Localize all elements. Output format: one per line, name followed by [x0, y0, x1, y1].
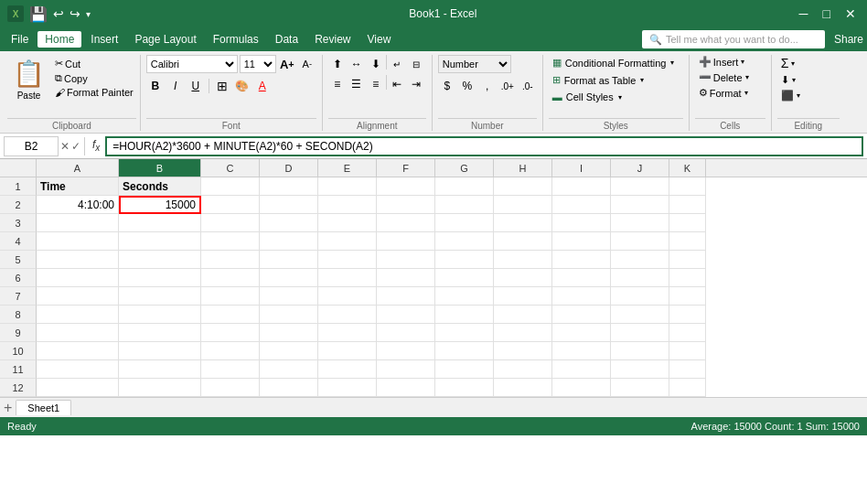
format-dropdown-arrow[interactable]: ▾: [744, 89, 748, 97]
indent-increase-button[interactable]: ⇥: [407, 75, 425, 93]
formula-confirm-btn[interactable]: ✓: [71, 140, 80, 153]
undo-btn[interactable]: ↩: [53, 6, 64, 21]
font-size-select[interactable]: 11: [240, 55, 276, 73]
currency-button[interactable]: $: [438, 77, 456, 95]
cell-j1[interactable]: [611, 177, 669, 196]
paste-button[interactable]: 📋 Paste: [7, 55, 50, 104]
menu-review[interactable]: Review: [307, 31, 358, 48]
col-header-b[interactable]: B: [119, 159, 201, 177]
col-header-h[interactable]: H: [494, 159, 552, 177]
cell-f2[interactable]: [377, 196, 435, 214]
cell-c2[interactable]: [201, 196, 260, 214]
cell-styles-button[interactable]: ▬ Cell Styles ▾: [549, 90, 626, 104]
quick-save[interactable]: 💾: [29, 5, 48, 23]
minimize-btn[interactable]: ─: [796, 6, 812, 21]
cell-reference-input[interactable]: [4, 136, 59, 156]
cell-a1[interactable]: Time: [37, 177, 119, 196]
menu-view[interactable]: View: [360, 31, 399, 48]
row-num-12[interactable]: 12: [0, 379, 37, 397]
cell-i1[interactable]: [552, 177, 611, 196]
cell-j2[interactable]: [611, 196, 669, 214]
cell-f1[interactable]: [377, 177, 435, 196]
cell-g2[interactable]: [435, 196, 494, 214]
menu-home[interactable]: Home: [37, 31, 81, 48]
decimal-decrease-button[interactable]: .0-: [519, 77, 537, 95]
decimal-increase-button[interactable]: .0+: [498, 77, 517, 95]
conditional-dropdown-arrow[interactable]: ▾: [670, 59, 674, 67]
format-as-table-button[interactable]: ⊞ Format as Table ▾: [549, 72, 648, 88]
redo-btn[interactable]: ↪: [70, 6, 80, 21]
row-num-1[interactable]: 1: [0, 177, 37, 196]
cut-button[interactable]: ✂ Cut: [52, 57, 136, 70]
border-button[interactable]: ⊞: [213, 77, 231, 95]
cell-e1[interactable]: [318, 177, 377, 196]
cell-a2[interactable]: 4:10:00: [37, 196, 119, 214]
col-header-d[interactable]: D: [260, 159, 318, 177]
increase-font-button[interactable]: A+: [278, 55, 296, 73]
merge-button[interactable]: ⊟: [407, 55, 425, 73]
menu-insert[interactable]: Insert: [83, 31, 125, 48]
align-right-button[interactable]: ≡: [367, 75, 385, 93]
sum-dropdown-arrow[interactable]: ▾: [791, 59, 795, 68]
row-num-5[interactable]: 5: [0, 251, 37, 269]
clear-dropdown-arrow[interactable]: ▾: [797, 91, 800, 100]
cell-b3[interactable]: [119, 214, 201, 232]
row-num-10[interactable]: 10: [0, 342, 37, 360]
formula-cancel-btn[interactable]: ✕: [60, 140, 70, 153]
col-header-i[interactable]: I: [552, 159, 611, 177]
font-family-select[interactable]: Calibri: [146, 55, 238, 73]
row-num-3[interactable]: 3: [0, 214, 37, 232]
col-header-g[interactable]: G: [435, 159, 494, 177]
fill-color-button[interactable]: 🎨: [233, 77, 252, 95]
fill-button[interactable]: ⬇ ▾: [777, 73, 799, 87]
align-bottom-button[interactable]: ⬇: [367, 55, 385, 73]
cell-c1[interactable]: [201, 177, 260, 196]
formula-display[interactable]: =HOUR(A2)*3600 + MINUTE(A2)*60 + SECOND(…: [105, 136, 863, 156]
col-header-e[interactable]: E: [318, 159, 377, 177]
row-num-4[interactable]: 4: [0, 232, 37, 251]
align-top-button[interactable]: ⬆: [328, 55, 347, 73]
cell-i2[interactable]: [552, 196, 611, 214]
font-color-button[interactable]: A: [253, 77, 272, 95]
number-format-select[interactable]: Number General Text: [438, 55, 511, 73]
sum-button[interactable]: Σ ▾: [777, 55, 799, 71]
row-num-2[interactable]: 2: [0, 196, 37, 214]
cell-a3[interactable]: [37, 214, 119, 232]
row-num-6[interactable]: 6: [0, 269, 37, 287]
italic-button[interactable]: I: [166, 77, 185, 95]
row-num-11[interactable]: 11: [0, 360, 37, 379]
align-left-button[interactable]: ≡: [328, 75, 347, 93]
format-painter-button[interactable]: 🖌 Format Painter: [52, 86, 136, 99]
row-num-7[interactable]: 7: [0, 287, 37, 306]
fill-dropdown-arrow[interactable]: ▾: [792, 76, 796, 84]
comma-button[interactable]: ,: [478, 77, 497, 95]
underline-button[interactable]: U: [187, 77, 205, 95]
cell-b1[interactable]: Seconds: [119, 177, 201, 196]
align-center-button[interactable]: ☰: [348, 75, 366, 93]
cell-d1[interactable]: [260, 177, 318, 196]
table-dropdown-arrow[interactable]: ▾: [640, 76, 644, 84]
conditional-formatting-button[interactable]: ▦ Conditional Formatting ▾: [549, 55, 679, 70]
sheet-tab-sheet1[interactable]: Sheet1: [16, 400, 71, 415]
maximize-btn[interactable]: □: [819, 6, 834, 21]
row-num-8[interactable]: 8: [0, 306, 37, 324]
search-bar[interactable]: 🔍 Tell me what you want to do...: [642, 30, 825, 48]
share-btn[interactable]: Share: [834, 33, 863, 46]
quick-access-arrow[interactable]: ▾: [86, 9, 91, 19]
cell-g1[interactable]: [435, 177, 494, 196]
percent-button[interactable]: %: [458, 77, 476, 95]
format-cells-button[interactable]: ⚙ Format ▾: [695, 86, 752, 100]
col-header-a[interactable]: A: [37, 159, 119, 177]
row-num-9[interactable]: 9: [0, 324, 37, 342]
col-header-k[interactable]: K: [669, 159, 706, 177]
cell-d2[interactable]: [260, 196, 318, 214]
cell-e2[interactable]: [318, 196, 377, 214]
cell-h2[interactable]: [494, 196, 552, 214]
bold-button[interactable]: B: [146, 77, 165, 95]
insert-dropdown-arrow[interactable]: ▾: [741, 58, 744, 66]
close-btn[interactable]: ✕: [841, 6, 860, 21]
menu-formulas[interactable]: Formulas: [206, 31, 266, 48]
menu-data[interactable]: Data: [268, 31, 305, 48]
wrap-text-button[interactable]: ↵: [388, 55, 406, 73]
clear-button[interactable]: ⬛ ▾: [777, 89, 804, 102]
